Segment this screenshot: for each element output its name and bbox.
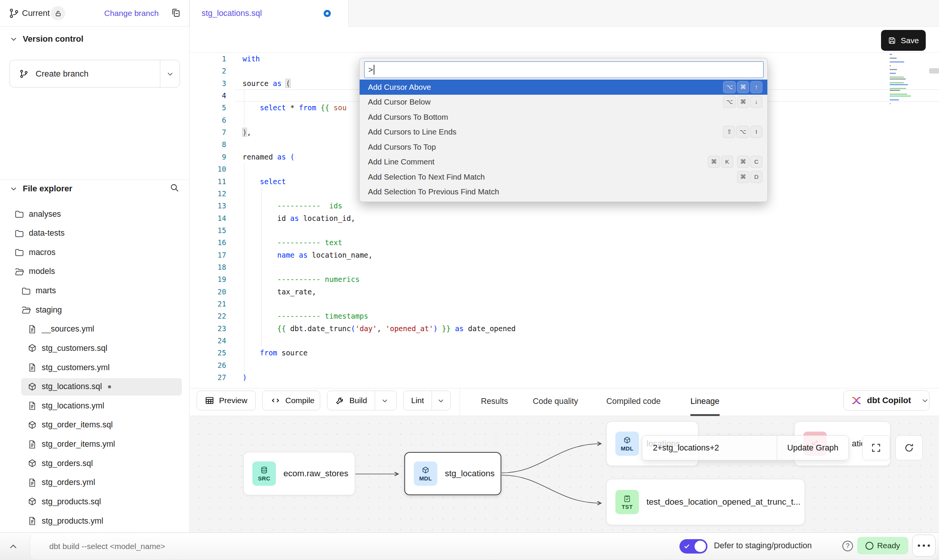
line-number: 20 xyxy=(190,286,226,298)
file-item-stg-customers-yml[interactable]: stg_customers.yml xyxy=(0,358,189,377)
file-item-data-tests[interactable]: data-tests xyxy=(0,224,189,243)
code-line-9: renamed as ( xyxy=(243,151,294,163)
code-line-7: ), xyxy=(243,126,251,138)
file-item--sources-yml[interactable]: __sources.yml xyxy=(0,320,189,339)
file-item-stg-order-items-yml[interactable]: stg_order_items.yml xyxy=(0,435,189,454)
update-graph-button[interactable]: Update Graph xyxy=(777,436,848,460)
lineage-controls: 2+stg_locations+2 Update Graph xyxy=(642,435,849,460)
keyboard-shortcut: ⌥⌘↓ xyxy=(723,96,762,108)
lineage-canvas[interactable]: SRC ecom.raw_stores MDL stg_locations MD… xyxy=(190,416,939,532)
lint-button[interactable]: Lint xyxy=(403,391,451,410)
palette-item-add-selection-to-previous-find-match[interactable]: Add Selection To Previous Find Match xyxy=(360,185,767,200)
refresh-button[interactable] xyxy=(895,435,923,460)
save-label: Save xyxy=(901,36,919,45)
code-line-11: select xyxy=(243,175,286,188)
update-graph-label: Update Graph xyxy=(787,443,838,453)
file-explorer-title: File explorer xyxy=(23,184,72,194)
file-item-stg-products-sql[interactable]: stg_products.sql xyxy=(0,492,189,511)
chevron-up-icon[interactable] xyxy=(8,542,18,553)
palette-item-add-line-comment[interactable]: Add Line Comment⌘K⌘C xyxy=(360,155,767,170)
lineage-selector-input[interactable]: 2+stg_locations+2 xyxy=(642,436,777,460)
palette-item-add-cursor-above[interactable]: Add Cursor Above⌥⌘↑ xyxy=(360,80,767,95)
preview-button[interactable]: Preview xyxy=(197,391,256,410)
file-item-analyses[interactable]: analyses xyxy=(0,205,189,224)
file-label: stg_customers.yml xyxy=(42,363,110,372)
line-number: 23 xyxy=(190,322,226,335)
chevron-down-icon xyxy=(166,70,174,78)
file-sql-icon xyxy=(27,458,37,468)
tab-results[interactable]: Results xyxy=(481,388,508,415)
database-icon xyxy=(260,466,268,474)
cli-command-input[interactable]: dbt build --select <model_name> xyxy=(49,542,165,551)
build-dropdown[interactable] xyxy=(375,391,394,410)
change-branch-link[interactable]: Change branch xyxy=(104,9,159,18)
lineage-node-selected-model[interactable]: MDL stg_locations xyxy=(404,452,501,495)
code-line-14: id as location_id, xyxy=(243,212,355,224)
save-button[interactable]: Save xyxy=(881,30,926,51)
file-label: stg_locations.sql xyxy=(42,382,102,391)
command-palette-input[interactable]: > xyxy=(364,61,764,78)
palette-item-label: Add Cursors to Line Ends xyxy=(368,127,457,136)
create-branch-button[interactable]: Create branch xyxy=(9,60,180,88)
file-item-staging[interactable]: staging xyxy=(0,300,189,319)
keyboard-shortcut: ⌘K⌘C xyxy=(708,156,762,167)
palette-item-label: Add Cursors To Top xyxy=(368,142,436,152)
tab-lineage[interactable]: Lineage xyxy=(690,388,720,416)
file-item-stg-locations-sql[interactable]: stg_locations.sql xyxy=(0,377,189,396)
create-branch-dropdown[interactable] xyxy=(160,60,180,87)
version-control-section-header[interactable]: Version control xyxy=(10,34,83,44)
file-item-stg-order-items-sql[interactable]: stg_order_items.sql xyxy=(0,416,189,435)
divider xyxy=(0,180,189,180)
copy-icon[interactable] xyxy=(171,8,181,20)
file-item-models[interactable]: models xyxy=(0,262,189,281)
file-sql-icon xyxy=(27,343,37,353)
defer-toggle[interactable] xyxy=(679,539,707,554)
more-options-button[interactable] xyxy=(912,535,936,557)
search-icon[interactable] xyxy=(169,183,180,194)
minimap-slider[interactable] xyxy=(929,68,939,74)
palette-item-add-cursor-below[interactable]: Add Cursor Below⌥⌘↓ xyxy=(360,95,767,110)
file-item-stg-customers-sql[interactable]: stg_customers.sql xyxy=(0,339,189,358)
palette-item-label: Add Cursors To Bottom xyxy=(368,113,448,122)
ready-label: Ready xyxy=(877,541,900,550)
line-number: 14 xyxy=(190,212,226,224)
palette-item-add-cursors-to-bottom[interactable]: Add Cursors To Bottom xyxy=(360,109,767,125)
file-item-stg-orders-sql[interactable]: stg_orders.sql xyxy=(0,454,189,473)
button-label: Preview xyxy=(219,396,247,405)
file-explorer-section-header[interactable]: File explorer xyxy=(10,183,180,194)
fullscreen-button[interactable] xyxy=(862,435,890,460)
line-number: 1 xyxy=(190,53,226,65)
line-number: 8 xyxy=(190,138,226,150)
keyboard-shortcut: ⇧⌥I xyxy=(723,126,762,138)
palette-item-add-selection-to-next-find-match[interactable]: Add Selection To Next Find Match⌘D xyxy=(360,169,767,185)
dbt-copilot-icon xyxy=(851,395,862,406)
line-number: 26 xyxy=(190,359,226,371)
file-label: __sources.yml xyxy=(42,324,94,334)
version-control-title: Version control xyxy=(23,34,83,44)
file-item-macros[interactable]: macros xyxy=(0,243,189,262)
palette-item-add-cursors-to-top[interactable]: Add Cursors To Top xyxy=(360,139,767,155)
tab-compiled-code[interactable]: Compiled code xyxy=(606,388,660,415)
tab-code-quality[interactable]: Code quality xyxy=(533,388,578,415)
file-yml-icon xyxy=(27,324,37,334)
lineage-node-test[interactable]: TST test_does_location_opened_at_trunc_t… xyxy=(606,479,805,525)
lint-dropdown[interactable] xyxy=(432,391,450,410)
status-circle-icon xyxy=(865,542,873,550)
palette-item-add-cursors-to-line-ends[interactable]: Add Cursors to Line Ends⇧⌥I xyxy=(360,125,767,140)
line-number: 3 xyxy=(190,77,226,89)
file-item-marts[interactable]: marts xyxy=(0,282,189,300)
lineage-node-source[interactable]: SRC ecom.raw_stores xyxy=(243,452,355,495)
help-icon[interactable]: ? xyxy=(842,541,853,551)
cube-icon xyxy=(421,466,430,474)
lock-icon xyxy=(55,10,62,17)
file-item-stg-orders-yml[interactable]: stg_orders.yml xyxy=(0,473,189,492)
tab-stg-locations-sql[interactable]: stg_locations.sql xyxy=(189,0,349,27)
file-yml-icon xyxy=(27,440,37,449)
build-button[interactable]: Build xyxy=(327,391,397,410)
compile-button[interactable]: Compile xyxy=(262,391,320,410)
dbt-copilot-button[interactable]: dbt Copilot xyxy=(844,390,930,411)
file-label: marts xyxy=(36,286,56,296)
tab-title: stg_locations.sql xyxy=(202,9,262,18)
file-item-stg-products-yml[interactable]: stg_products.yml xyxy=(0,512,189,530)
file-item-stg-locations-yml[interactable]: stg_locations.yml xyxy=(0,396,189,415)
